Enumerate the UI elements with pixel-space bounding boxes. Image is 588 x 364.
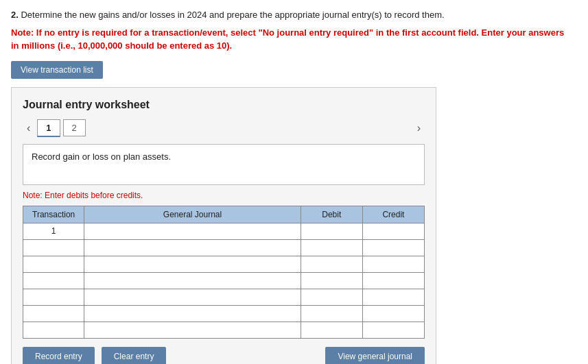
general-journal-cell[interactable] [84,239,301,256]
credit-cell[interactable] [362,289,424,305]
general-journal-cell[interactable] [84,289,301,305]
debit-cell[interactable] [301,289,362,305]
table-row [23,289,425,305]
question-text: Determine the new gains and/or losses in… [21,10,444,20]
transaction-cell [23,321,84,338]
table-row [23,272,425,289]
journal-entry-worksheet: Journal entry worksheet ‹ 1 2 › Record g… [11,87,436,365]
general-journal-cell[interactable] [84,305,301,321]
action-buttons: Record entry Clear entry View general jo… [23,347,425,365]
table-row: 1 [23,223,425,239]
clear-entry-button[interactable]: Clear entry [102,347,167,365]
view-general-journal-button[interactable]: View general journal [325,347,425,365]
credit-cell[interactable] [362,305,424,321]
col-header-general: General Journal [84,206,301,223]
credit-cell[interactable] [362,239,424,256]
debit-cell[interactable] [301,223,362,239]
transaction-cell [23,239,84,256]
tab-1[interactable]: 1 [37,119,60,137]
transaction-cell [23,256,84,272]
table-row [23,321,425,338]
worksheet-title: Journal entry worksheet [23,99,425,111]
note-debits: Note: Enter debits before credits. [23,191,425,200]
tab-prev-arrow[interactable]: ‹ [23,121,34,136]
col-header-credit: Credit [362,206,424,223]
transaction-cell [23,272,84,289]
general-journal-cell[interactable] [84,272,301,289]
credit-cell[interactable] [362,321,424,338]
debit-cell[interactable] [301,256,362,272]
general-journal-cell[interactable] [84,223,301,239]
debit-cell[interactable] [301,239,362,256]
debit-cell[interactable] [301,321,362,338]
view-transaction-button[interactable]: View transaction list [11,61,103,79]
general-journal-cell[interactable] [84,321,301,338]
table-row [23,305,425,321]
tab-next-arrow[interactable]: › [413,121,425,136]
transaction-cell [23,289,84,305]
credit-cell[interactable] [362,272,424,289]
debit-cell[interactable] [301,305,362,321]
general-journal-cell[interactable] [84,256,301,272]
col-header-debit: Debit [301,206,362,223]
transaction-cell: 1 [23,223,84,239]
tab-navigation: ‹ 1 2 › [23,119,425,137]
credit-cell[interactable] [362,223,424,239]
transaction-description: Record gain or loss on plan assets. [23,144,425,185]
table-row [23,256,425,272]
credit-cell[interactable] [362,256,424,272]
tab-2[interactable]: 2 [63,119,86,136]
table-row [23,239,425,256]
journal-table: Transaction General Journal Debit Credit… [23,206,425,339]
debit-cell[interactable] [301,272,362,289]
question-number: 2. [11,10,19,20]
transaction-cell [23,305,84,321]
col-header-transaction: Transaction [23,206,84,223]
note-red: Note: If no entry is required for a tran… [11,26,577,53]
record-entry-button[interactable]: Record entry [23,347,95,365]
